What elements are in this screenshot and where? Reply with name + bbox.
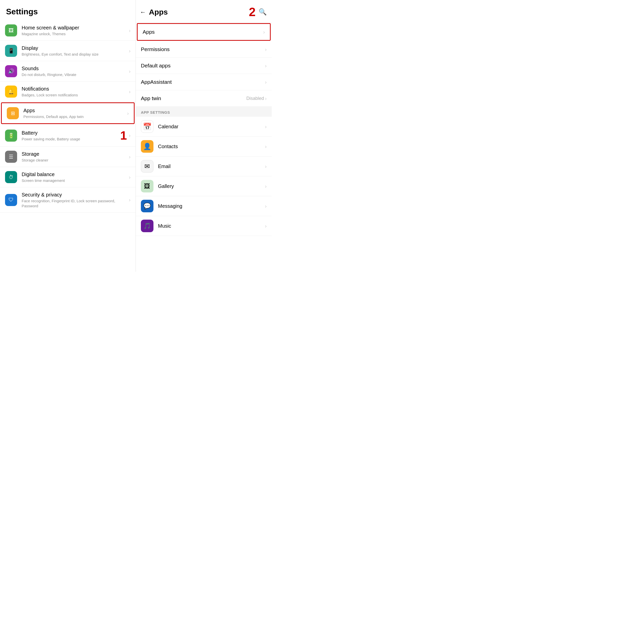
annotation-2: 2 [249, 5, 256, 19]
right-panel: ← Apps 2 🔍 Apps›Permissions›Default apps… [136, 0, 272, 272]
settings-icon-3: 🔔 [5, 86, 17, 98]
annotation-1: 1 [120, 129, 127, 142]
settings-text-1: DisplayBrightness, Eye comfort, Text and… [22, 45, 127, 57]
settings-item-title: Storage [22, 151, 127, 157]
settings-item-title: Home screen & wallpaper [22, 24, 127, 31]
settings-item-security--privacy[interactable]: 🛡Security & privacyFace recognition, Fin… [0, 187, 136, 213]
left-panel: Settings 🖼Home screen & wallpaperMagazin… [0, 0, 136, 272]
chevron-icon: › [129, 48, 131, 54]
settings-title: Settings [6, 7, 130, 16]
settings-icon-7: ⏱ [5, 171, 17, 183]
chevron-icon: › [263, 29, 265, 35]
section-header-text: APP SETTINGS [141, 110, 170, 114]
chevron-icon: › [265, 124, 267, 130]
chevron-icon: › [265, 183, 267, 189]
music-icon: 🎵 [141, 220, 153, 232]
gallery-icon: 🖼 [141, 180, 153, 192]
chevron-icon: › [127, 110, 129, 116]
settings-item-title: Digital balance [22, 171, 127, 178]
chevron-icon: › [265, 63, 267, 69]
settings-item-subtitle: Face recognition, Fingerprint ID, Lock s… [22, 198, 127, 208]
settings-item-title: Apps [23, 107, 125, 114]
apps-menu-item-app-twin[interactable]: App twinDisabled› [136, 90, 272, 107]
settings-item-subtitle: Badges, Lock screen notifications [22, 93, 127, 98]
settings-item-digital-balance[interactable]: ⏱Digital balanceScreen time management› [0, 167, 136, 187]
messaging-icon: 💬 [141, 200, 153, 212]
settings-item-subtitle: Magazine unlock, Themes [22, 31, 127, 36]
settings-item-subtitle: Brightness, Eye comfort, Text and displa… [22, 52, 127, 57]
app-name-label: Contacts [158, 144, 265, 149]
settings-text-7: Digital balanceScreen time management [22, 171, 127, 183]
app-name-label: Email [158, 164, 265, 169]
settings-item-title: Display [22, 45, 127, 51]
settings-item-sounds[interactable]: 🔊SoundsDo not disturb, Ringtone, Vibrate… [0, 61, 136, 82]
settings-list: 🖼Home screen & wallpaperMagazine unlock,… [0, 20, 136, 272]
chevron-icon: › [129, 68, 131, 74]
settings-item-display[interactable]: 📱DisplayBrightness, Eye comfort, Text an… [0, 41, 136, 61]
settings-item-storage[interactable]: ☰StorageStorage cleaner› [0, 147, 136, 167]
apps-menu-item-default-apps[interactable]: Default apps› [136, 58, 272, 74]
left-header: Settings [0, 0, 136, 20]
chevron-icon: › [265, 164, 267, 169]
apps-menu-item-permissions[interactable]: Permissions› [136, 41, 272, 58]
apps-menu-label: Permissions [141, 46, 265, 52]
settings-icon-1: 📱 [5, 45, 17, 57]
app-item-contacts[interactable]: 👤Contacts› [136, 137, 272, 156]
apps-menu-item-appassistant[interactable]: AppAssistant› [136, 74, 272, 90]
settings-text-5: BatteryPower saving mode, Battery usage [22, 130, 118, 142]
contacts-icon: 👤 [141, 140, 153, 153]
settings-icon-6: ☰ [5, 151, 17, 163]
chevron-icon: › [129, 197, 131, 203]
apps-list: Apps›Permissions›Default apps›AppAssista… [136, 23, 272, 272]
settings-text-3: NotificationsBadges, Lock screen notific… [22, 86, 127, 98]
app-name-label: Calendar [158, 124, 265, 130]
settings-item-subtitle: Do not disturb, Ringtone, Vibrate [22, 72, 127, 77]
apps-menu-label: AppAssistant [141, 79, 265, 85]
chevron-icon: › [265, 144, 267, 149]
settings-text-8: Security & privacyFace recognition, Fing… [22, 191, 127, 208]
settings-item-title: Sounds [22, 65, 127, 72]
settings-text-6: StorageStorage cleaner [22, 151, 127, 163]
settings-item-subtitle: Screen time management [22, 178, 127, 183]
apps-menu-value: Disabled [246, 96, 264, 101]
settings-item-subtitle: Storage cleaner [22, 158, 127, 163]
chevron-icon: › [265, 79, 267, 85]
app-name-label: Music [158, 223, 265, 229]
chevron-icon: › [129, 89, 131, 95]
app-item-email[interactable]: ✉Email› [136, 156, 272, 176]
back-button[interactable]: ← [140, 9, 146, 16]
settings-item-notifications[interactable]: 🔔NotificationsBadges, Lock screen notifi… [0, 82, 136, 102]
apps-menu-item-apps[interactable]: Apps› [137, 23, 271, 41]
chevron-icon: › [265, 223, 267, 229]
settings-item-battery[interactable]: 🔋BatteryPower saving mode, Battery usage… [0, 125, 136, 147]
settings-text-4: AppsPermissions, Default apps, App twin [23, 107, 125, 119]
settings-text-2: SoundsDo not disturb, Ringtone, Vibrate [22, 65, 127, 77]
settings-icon-8: 🛡 [5, 194, 17, 206]
chevron-icon: › [129, 133, 131, 138]
settings-item-home-screen--wallpaper[interactable]: 🖼Home screen & wallpaperMagazine unlock,… [0, 20, 136, 41]
app-settings-section-header: APP SETTINGS [136, 107, 272, 117]
app-name-label: Messaging [158, 203, 265, 209]
search-button[interactable]: 🔍 [259, 8, 267, 16]
app-item-messaging[interactable]: 💬Messaging› [136, 196, 272, 216]
apps-menu-label: Default apps [141, 63, 265, 69]
app-name-label: Gallery [158, 183, 265, 189]
settings-icon-0: 🖼 [5, 24, 17, 36]
apps-page-title: Apps [149, 8, 249, 16]
settings-item-apps[interactable]: ⊞AppsPermissions, Default apps, App twin… [1, 102, 135, 124]
settings-item-title: Security & privacy [22, 191, 127, 198]
apps-menu-label: Apps [143, 29, 263, 35]
calendar-icon: 📅 [141, 120, 153, 133]
settings-icon-2: 🔊 [5, 65, 17, 77]
app-item-gallery[interactable]: 🖼Gallery› [136, 176, 272, 196]
app-item-music[interactable]: 🎵Music› [136, 216, 272, 236]
chevron-icon: › [129, 154, 131, 160]
chevron-icon: › [265, 96, 267, 101]
chevron-icon: › [265, 203, 267, 209]
app-item-calendar[interactable]: 📅Calendar› [136, 117, 272, 137]
chevron-icon: › [129, 28, 131, 33]
right-header: ← Apps 2 🔍 [136, 0, 272, 23]
settings-item-subtitle: Permissions, Default apps, App twin [23, 114, 125, 119]
settings-item-title: Battery [22, 130, 118, 136]
apps-menu-label: App twin [141, 95, 246, 101]
